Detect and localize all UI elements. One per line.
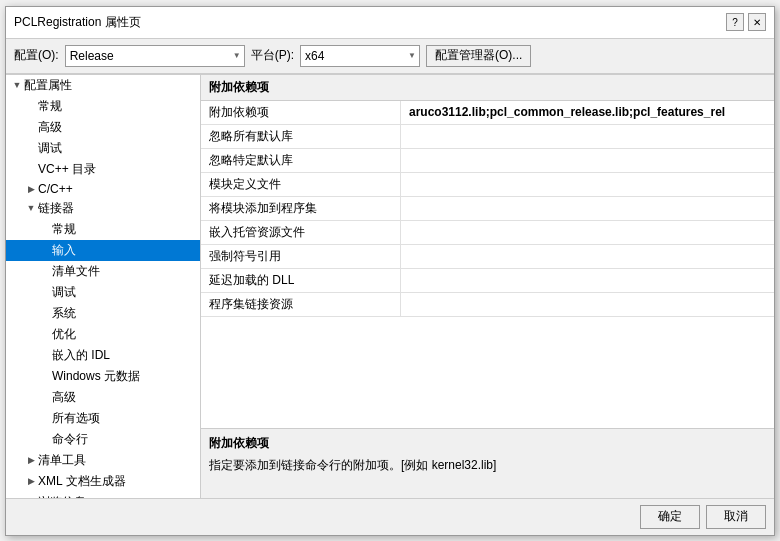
properties-header: 附加依赖项 [201, 75, 774, 101]
tree-item-label: 清单工具 [38, 452, 86, 469]
prop-value [401, 149, 774, 172]
prop-name: 强制符号引用 [201, 245, 401, 268]
prop-name: 忽略所有默认库 [201, 125, 401, 148]
tree-item-label: 常规 [52, 221, 76, 238]
tree-item-linker-cmdline[interactable]: 命令行 [6, 429, 200, 450]
ok-button[interactable]: 确定 [640, 505, 700, 529]
tree-item-label: 常规 [38, 98, 62, 115]
tree-item-label: 配置属性 [24, 77, 72, 94]
footer: 确定 取消 [6, 498, 774, 535]
table-row[interactable]: 忽略特定默认库 [201, 149, 774, 173]
tree-expand-icon: ▶ [24, 474, 38, 488]
right-panel: 附加依赖项 附加依赖项 aruco3112.lib;pcl_common_rel… [201, 75, 774, 498]
tree-item-label: 系统 [52, 305, 76, 322]
tree-item-linker-input[interactable]: 输入 [6, 240, 200, 261]
tree-item-label: 嵌入的 IDL [52, 347, 110, 364]
tree-item-linker-manifest[interactable]: 清单文件 [6, 261, 200, 282]
tree-item-label: 高级 [38, 119, 62, 136]
tree-item-label: C/C++ [38, 182, 73, 196]
table-row[interactable]: 嵌入托管资源文件 [201, 221, 774, 245]
tree-item-label: XML 文档生成器 [38, 473, 126, 490]
tree-item-general[interactable]: 常规 [6, 96, 200, 117]
tree-item-label: 优化 [52, 326, 76, 343]
tree-expand-icon: ▼ [10, 78, 24, 92]
table-row[interactable]: 附加依赖项 aruco3112.lib;pcl_common_release.l… [201, 101, 774, 125]
tree-item-label: 清单文件 [52, 263, 100, 280]
prop-name: 忽略特定默认库 [201, 149, 401, 172]
tree-item-label: 高级 [52, 389, 76, 406]
platform-select[interactable]: x64 x86 [300, 45, 420, 67]
tree-item-linker[interactable]: ▼链接器 [6, 198, 200, 219]
prop-value [401, 245, 774, 268]
tree-item-label: 链接器 [38, 200, 74, 217]
tree-expand-icon: ▶ [24, 453, 38, 467]
prop-value [401, 125, 774, 148]
dialog-title: PCLRegistration 属性页 [14, 14, 141, 31]
prop-value [401, 173, 774, 196]
table-row[interactable]: 强制符号引用 [201, 245, 774, 269]
prop-value [401, 293, 774, 316]
config-select[interactable]: Release Debug [65, 45, 245, 67]
prop-name: 模块定义文件 [201, 173, 401, 196]
tree-item-linker-general[interactable]: 常规 [6, 219, 200, 240]
tree-expand-icon: ▶ [24, 182, 38, 196]
tree-item-linker-optimize[interactable]: 优化 [6, 324, 200, 345]
properties-table: 附加依赖项 附加依赖项 aruco3112.lib;pcl_common_rel… [201, 75, 774, 428]
title-bar-buttons: ? ✕ [726, 13, 766, 31]
table-row[interactable]: 忽略所有默认库 [201, 125, 774, 149]
tree-item-label: 命令行 [52, 431, 88, 448]
platform-label: 平台(P): [251, 47, 294, 64]
tree-item-vc-dirs[interactable]: VC++ 目录 [6, 159, 200, 180]
tree-item-label: 调试 [38, 140, 62, 157]
toolbar: 配置(O): Release Debug 平台(P): x64 x86 配置管理… [6, 39, 774, 74]
config-label: 配置(O): [14, 47, 59, 64]
tree-item-debug[interactable]: 调试 [6, 138, 200, 159]
tree-item-label: 所有选项 [52, 410, 100, 427]
tree-item-label: VC++ 目录 [38, 161, 96, 178]
tree-item-label: 输入 [52, 242, 76, 259]
prop-value [401, 221, 774, 244]
prop-value: aruco3112.lib;pcl_common_release.lib;pcl… [401, 101, 774, 124]
cancel-button[interactable]: 取消 [706, 505, 766, 529]
tree-panel: ▼配置属性常规高级调试VC++ 目录▶C/C++▼链接器常规输入清单文件调试系统… [6, 75, 201, 498]
title-bar: PCLRegistration 属性页 ? ✕ [6, 7, 774, 39]
tree-item-linker-win-metadata[interactable]: Windows 元数据 [6, 366, 200, 387]
tree-item-linker-embedded-idl[interactable]: 嵌入的 IDL [6, 345, 200, 366]
help-button[interactable]: ? [726, 13, 744, 31]
prop-name: 延迟加载的 DLL [201, 269, 401, 292]
tree-item-advanced[interactable]: 高级 [6, 117, 200, 138]
prop-name: 嵌入托管资源文件 [201, 221, 401, 244]
tree-item-label: Windows 元数据 [52, 368, 140, 385]
platform-select-wrapper: x64 x86 [300, 45, 420, 67]
description-text: 指定要添加到链接命令行的附加项。[例如 kernel32.lib] [209, 456, 766, 474]
prop-name: 将模块添加到程序集 [201, 197, 401, 220]
tree-item-xml-docgen[interactable]: ▶XML 文档生成器 [6, 471, 200, 492]
table-row[interactable]: 模块定义文件 [201, 173, 774, 197]
config-manager-button[interactable]: 配置管理器(O)... [426, 45, 531, 67]
tree-item-linker-system[interactable]: 系统 [6, 303, 200, 324]
prop-name: 附加依赖项 [201, 101, 401, 124]
tree-item-linker-advanced[interactable]: 高级 [6, 387, 200, 408]
prop-name: 程序集链接资源 [201, 293, 401, 316]
tree-item-manifest-tool[interactable]: ▶清单工具 [6, 450, 200, 471]
description-title: 附加依赖项 [209, 435, 766, 452]
prop-value [401, 269, 774, 292]
close-button[interactable]: ✕ [748, 13, 766, 31]
tree-item-label: 调试 [52, 284, 76, 301]
table-row[interactable]: 延迟加载的 DLL [201, 269, 774, 293]
tree-item-cpp[interactable]: ▶C/C++ [6, 180, 200, 198]
main-content: ▼配置属性常规高级调试VC++ 目录▶C/C++▼链接器常规输入清单文件调试系统… [6, 74, 774, 498]
property-dialog: PCLRegistration 属性页 ? ✕ 配置(O): Release D… [5, 6, 775, 536]
tree-item-linker-all[interactable]: 所有选项 [6, 408, 200, 429]
tree-item-linker-debug[interactable]: 调试 [6, 282, 200, 303]
tree-item-config-props[interactable]: ▼配置属性 [6, 75, 200, 96]
config-select-wrapper: Release Debug [65, 45, 245, 67]
table-row[interactable]: 将模块添加到程序集 [201, 197, 774, 221]
table-row[interactable]: 程序集链接资源 [201, 293, 774, 317]
description-panel: 附加依赖项 指定要添加到链接命令行的附加项。[例如 kernel32.lib] [201, 428, 774, 498]
prop-value [401, 197, 774, 220]
tree-expand-icon: ▼ [24, 201, 38, 215]
